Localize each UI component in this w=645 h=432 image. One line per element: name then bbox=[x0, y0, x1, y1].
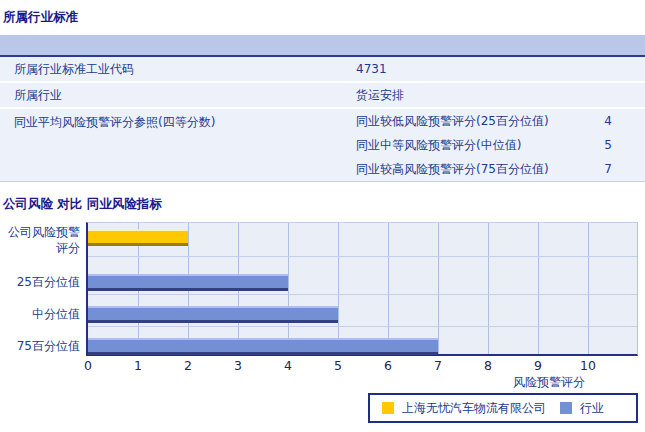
gridline-vertical bbox=[438, 223, 439, 354]
gridline-vertical bbox=[338, 223, 339, 354]
gridline-vertical bbox=[538, 223, 539, 354]
table-header-band bbox=[0, 35, 645, 57]
x-axis-title: 风险预警评分 bbox=[437, 374, 585, 391]
x-tick-label: 9 bbox=[518, 358, 558, 373]
x-tick-label: 3 bbox=[218, 358, 258, 373]
gridline-vertical bbox=[388, 223, 389, 354]
row-value: 4731 bbox=[356, 62, 645, 76]
subrow-label: 同业较低风险预警评分(25百分位值) bbox=[356, 113, 572, 130]
legend-label: 行业 bbox=[580, 400, 604, 417]
bar-company bbox=[88, 229, 188, 246]
subrow-value: 7 bbox=[572, 162, 612, 176]
category-label: 25百分位值 bbox=[0, 274, 80, 290]
chart-plot bbox=[86, 222, 638, 356]
row-label: 所属行业 bbox=[0, 87, 356, 104]
peer-score-subrows: 同业较低风险预警评分(25百分位值) 4 同业中等风险预警评分(中位值) 5 同… bbox=[356, 109, 645, 181]
x-tick-label: 10 bbox=[568, 358, 608, 373]
subrow-value: 5 bbox=[572, 138, 612, 152]
row-value: 货运安排 bbox=[356, 87, 645, 104]
legend-item: 上海无忧汽车物流有限公司 bbox=[382, 400, 546, 417]
x-tick-label: 2 bbox=[168, 358, 208, 373]
row-label: 所属行业标准工业代码 bbox=[0, 61, 356, 78]
x-tick-label: 5 bbox=[318, 358, 358, 373]
section-title-industry-standard: 所属行业标准 bbox=[3, 9, 78, 26]
gridline-vertical bbox=[488, 223, 489, 354]
table-row-peer-scores: 同业平均风险预警评分参照(四等分数) 同业较低风险预警评分(25百分位值) 4 … bbox=[0, 109, 645, 181]
gridline-horizontal bbox=[88, 256, 637, 257]
legend-swatch bbox=[382, 402, 394, 414]
risk-comparison-bar-chart: 风险预警评分 上海无忧汽车物流有限公司行业 公司风险预警评分25百分位值中分位值… bbox=[0, 210, 645, 432]
x-tick-label: 7 bbox=[418, 358, 458, 373]
industry-standard-table: 所属行业标准工业代码 4731 所属行业 货运安排 同业平均风险预警评分参照(四… bbox=[0, 35, 645, 182]
subrow-low: 同业较低风险预警评分(25百分位值) 4 bbox=[356, 109, 612, 133]
table-row-sic-code: 所属行业标准工业代码 4731 bbox=[0, 57, 645, 83]
x-tick-label: 4 bbox=[268, 358, 308, 373]
category-label: 75百分位值 bbox=[0, 338, 80, 354]
legend-swatch bbox=[560, 402, 572, 414]
table-row-industry: 所属行业 货运安排 bbox=[0, 83, 645, 109]
gridline-vertical bbox=[588, 223, 589, 354]
subrow-median: 同业中等风险预警评分(中位值) 5 bbox=[356, 133, 612, 157]
legend-item: 行业 bbox=[560, 400, 604, 417]
category-label: 公司风险预警评分 bbox=[0, 224, 80, 256]
legend-label: 上海无忧汽车物流有限公司 bbox=[402, 400, 546, 417]
x-tick-label: 8 bbox=[468, 358, 508, 373]
x-tick-label: 1 bbox=[118, 358, 158, 373]
x-tick-label: 6 bbox=[368, 358, 408, 373]
chart-legend: 上海无忧汽车物流有限公司行业 bbox=[368, 393, 638, 423]
subrow-label: 同业中等风险预警评分(中位值) bbox=[356, 137, 572, 154]
category-label: 中分位值 bbox=[0, 306, 80, 322]
gridline-vertical bbox=[288, 223, 289, 354]
subrow-label: 同业较高风险预警评分(75百分位值) bbox=[356, 161, 572, 178]
row-label: 同业平均风险预警评分参照(四等分数) bbox=[0, 109, 356, 131]
subrow-value: 4 bbox=[572, 114, 612, 128]
gridline-horizontal bbox=[88, 326, 637, 327]
bar-industry bbox=[88, 338, 438, 355]
gridline-horizontal bbox=[88, 294, 637, 295]
subrow-high: 同业较高风险预警评分(75百分位值) 7 bbox=[356, 157, 612, 181]
bar-industry bbox=[88, 274, 288, 291]
x-tick-label: 0 bbox=[68, 358, 108, 373]
bar-industry bbox=[88, 306, 338, 323]
